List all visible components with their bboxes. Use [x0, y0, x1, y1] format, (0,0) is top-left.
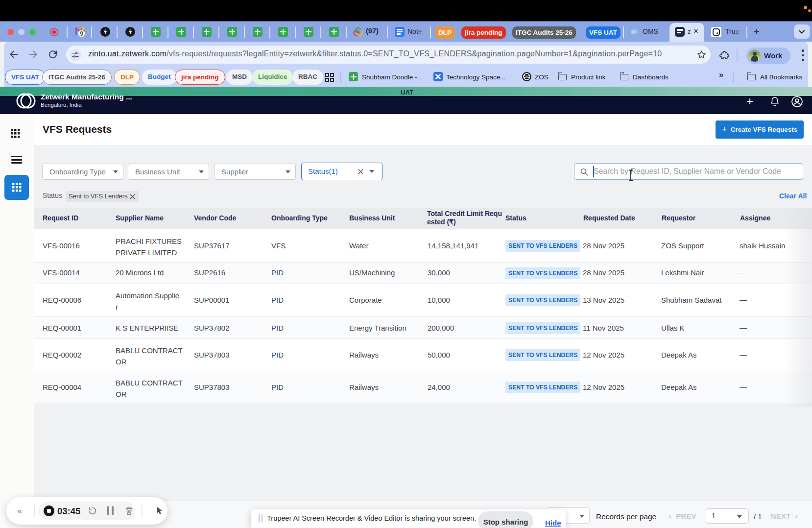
svg-text:9: 9	[80, 30, 83, 37]
